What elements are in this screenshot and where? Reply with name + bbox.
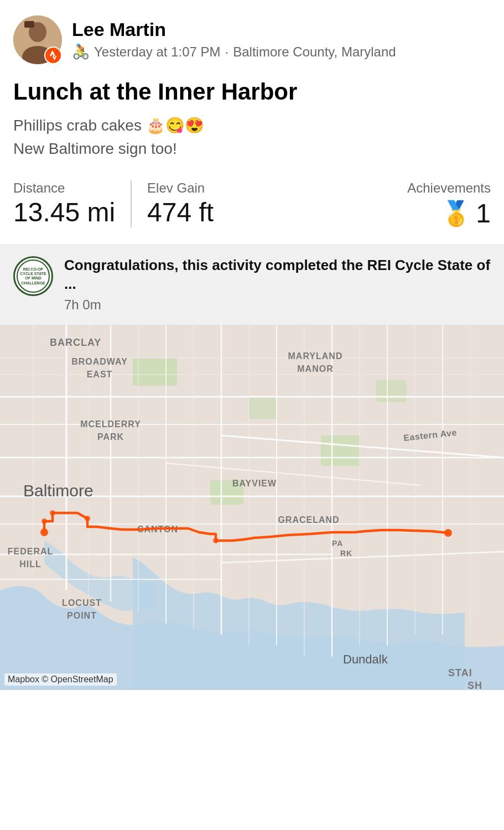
elevation-label: Elev Gain <box>147 180 214 196</box>
activity-description: Phillips crab cakes 🎂😋😍 New Baltimore si… <box>0 110 504 172</box>
challenge-time: 7h 0m <box>64 297 491 313</box>
challenge-logo-line3: OF MIND <box>25 276 41 281</box>
svg-rect-9 <box>376 380 407 402</box>
svg-point-61 <box>41 518 47 524</box>
post-header: Lee Martin 🚴 Yesterday at 1:07 PM · Balt… <box>0 0 504 73</box>
svg-text:BROADWAY: BROADWAY <box>71 357 128 366</box>
strava-badge <box>44 46 62 64</box>
svg-text:Dundalk: Dundalk <box>343 652 388 666</box>
svg-point-65 <box>444 529 452 537</box>
svg-text:RK: RK <box>340 549 352 558</box>
svg-rect-7 <box>249 397 277 419</box>
activity-title[interactable]: Lunch at the Inner Harbor <box>13 79 491 105</box>
post-container: Lee Martin 🚴 Yesterday at 1:07 PM · Balt… <box>0 0 504 690</box>
svg-text:POINT: POINT <box>67 611 97 620</box>
map-section[interactable]: BARCLAY BROADWAY EAST MARYLAND MANOR MCE… <box>0 325 504 690</box>
svg-text:HILL: HILL <box>19 559 41 569</box>
post-timestamp: Yesterday at 1:07 PM <box>94 44 221 60</box>
svg-rect-5 <box>133 358 177 386</box>
map-svg: BARCLAY BROADWAY EAST MARYLAND MANOR MCE… <box>0 325 504 690</box>
bike-icon: 🚴 <box>72 43 90 60</box>
challenge-logo-line2: CYCLE STATE <box>20 272 46 276</box>
avatar-wrapper[interactable] <box>13 15 62 64</box>
svg-text:MARYLAND: MARYLAND <box>288 351 343 361</box>
svg-text:SH: SH <box>467 680 482 690</box>
map-attribution: Mapbox © OpenStreetMap <box>4 673 117 686</box>
description-line2: New Baltimore sign too! <box>13 137 491 160</box>
stats-section: Distance 13.45 mi Elev Gain 474 ft Achie… <box>0 172 504 240</box>
post-location: Baltimore County, Maryland <box>233 44 396 60</box>
activity-title-section: Lunch at the Inner Harbor <box>0 73 504 110</box>
attribution-text: Mapbox © OpenStreetMap <box>8 675 113 684</box>
post-time: 🚴 Yesterday at 1:07 PM · Baltimore Count… <box>72 43 396 60</box>
svg-text:BARCLAY: BARCLAY <box>50 337 101 348</box>
svg-rect-3 <box>24 21 34 28</box>
achievements-stat: Achievements 🥇 1 <box>407 180 491 229</box>
svg-point-60 <box>40 528 48 536</box>
svg-text:BAYVIEW: BAYVIEW <box>232 479 277 488</box>
achievements-value: 🥇 1 <box>441 198 491 229</box>
elevation-stat: Elev Gain 474 ft <box>131 180 214 227</box>
svg-point-63 <box>85 516 90 521</box>
distance-value: 13.45 mi <box>13 198 115 227</box>
svg-text:EAST: EAST <box>87 370 113 379</box>
svg-text:MANOR: MANOR <box>297 364 333 374</box>
challenge-info: Congratulations, this activity completed… <box>64 256 491 313</box>
svg-rect-8 <box>321 435 360 466</box>
svg-point-64 <box>213 538 219 543</box>
post-meta: Lee Martin 🚴 Yesterday at 1:07 PM · Balt… <box>72 19 396 60</box>
svg-text:LOCUST: LOCUST <box>62 598 102 608</box>
challenge-logo: REI CO-OP CYCLE STATE OF MIND CHALLENGE <box>13 256 53 296</box>
achievements-label: Achievements <box>407 180 491 196</box>
svg-text:PARK: PARK <box>97 432 124 442</box>
dot-separator: · <box>225 44 229 60</box>
achievements-count: 1 <box>476 198 491 229</box>
distance-label: Distance <box>13 180 115 196</box>
svg-point-62 <box>50 510 55 516</box>
elevation-value: 474 ft <box>147 198 214 227</box>
description-line1: Phillips crab cakes 🎂😋😍 <box>13 114 491 137</box>
user-name[interactable]: Lee Martin <box>72 19 396 40</box>
distance-stat: Distance 13.45 mi <box>13 180 115 227</box>
svg-text:PA: PA <box>332 539 343 548</box>
challenge-banner[interactable]: REI CO-OP CYCLE STATE OF MIND CHALLENGE … <box>0 244 504 325</box>
challenge-logo-line1: REI CO-OP <box>23 267 44 272</box>
medal-icon: 🥇 <box>441 199 471 228</box>
challenge-message: Congratulations, this activity completed… <box>64 256 491 294</box>
svg-text:FEDERAL: FEDERAL <box>8 547 54 556</box>
svg-text:MCELDERRY: MCELDERRY <box>80 419 141 429</box>
svg-text:Baltimore: Baltimore <box>23 481 93 500</box>
svg-text:STAI: STAI <box>448 667 472 678</box>
svg-text:GRACELAND: GRACELAND <box>278 515 339 525</box>
challenge-logo-line4: CHALLENGE <box>21 281 45 286</box>
